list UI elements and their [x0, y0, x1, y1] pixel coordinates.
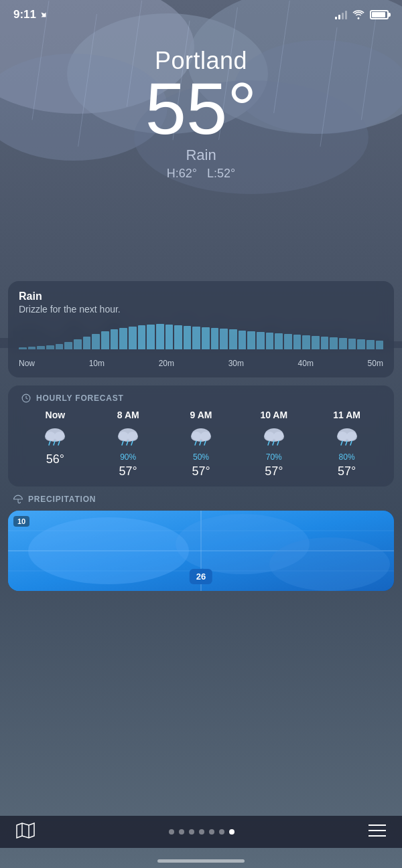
chart-bar: [74, 339, 82, 349]
hour-item-9am: 9 AM 50% 57°: [165, 410, 238, 479]
hour-temp-11am: 57°: [338, 464, 356, 479]
chart-bar: [312, 336, 320, 349]
signal-bars: [335, 10, 347, 19]
svg-point-2: [45, 432, 56, 441]
svg-line-4: [49, 441, 50, 445]
hour-item-now: Now 56°: [19, 410, 92, 466]
svg-line-28: [341, 441, 342, 445]
hour-item-11am: 11 AM 80% 57°: [310, 410, 383, 479]
svg-line-12: [131, 441, 133, 445]
svg-line-22: [268, 441, 269, 445]
status-time: 9:11: [13, 8, 48, 21]
precip-section-label: PRECIPITATION: [28, 495, 96, 504]
wifi-icon: [352, 10, 364, 19]
tab-dot-6[interactable]: [219, 829, 224, 835]
tab-dots: [169, 829, 234, 835]
hour-temp-8am: 57°: [119, 464, 137, 479]
chart-bar: [247, 331, 255, 349]
hourly-section-header: HOURLY FORECAST: [19, 394, 383, 403]
chart-bar: [339, 338, 347, 349]
hour-icon-10am: [261, 423, 287, 450]
chart-bar: [101, 331, 109, 349]
rain-card-title: Rain: [19, 290, 383, 302]
svg-point-15: [200, 432, 211, 441]
hour-icon-8am: [115, 423, 141, 450]
tab-dot-7-active[interactable]: [229, 829, 234, 835]
chart-bar: [202, 327, 210, 349]
hour-label-now: Now: [46, 410, 66, 420]
chart-bar: [192, 327, 200, 349]
svg-point-14: [191, 432, 202, 441]
hour-precip-8am: 90%: [120, 452, 136, 462]
svg-line-24: [277, 441, 279, 445]
list-button[interactable]: [368, 823, 386, 841]
svg-line-18: [204, 441, 206, 445]
hour-precip-9am: 50%: [193, 452, 209, 462]
chart-bar: [37, 346, 45, 349]
svg-point-20: [264, 432, 275, 441]
chart-bar: [321, 337, 329, 349]
svg-line-30: [350, 441, 352, 445]
tab-dot-3[interactable]: [189, 829, 194, 835]
clock-icon: [21, 394, 31, 403]
tab-dot-1[interactable]: [169, 829, 174, 835]
hourly-forecast-card: HOURLY FORECAST Now 56°: [8, 385, 394, 487]
precipitation-map-card[interactable]: 10 26: [8, 511, 394, 591]
tab-dot-5[interactable]: [209, 829, 214, 835]
chart-bar: [257, 332, 265, 349]
cloud-rain-8am: [115, 426, 141, 446]
chart-bar: [28, 347, 36, 349]
weather-main: Portland 55° Rain H:62° L:52°: [0, 27, 402, 181]
status-icons: [335, 10, 389, 19]
hour-icon-now: [42, 423, 68, 450]
chart-bar: [111, 329, 119, 349]
chart-bar: [266, 333, 274, 349]
svg-point-26: [337, 432, 348, 441]
chart-bar: [330, 337, 338, 349]
map-badge-10: 10: [13, 516, 29, 527]
chart-bar: [239, 331, 247, 350]
svg-point-9: [127, 432, 138, 441]
status-bar: 9:11: [0, 0, 402, 27]
svg-point-8: [118, 432, 129, 441]
low-temp: L:52°: [207, 167, 235, 180]
svg-point-3: [54, 432, 65, 441]
chart-bar: [357, 339, 365, 349]
map-button[interactable]: [16, 822, 35, 841]
chart-bar: [129, 327, 137, 349]
temperature: 55°: [0, 72, 402, 145]
precipitation-chart: [19, 323, 383, 356]
home-indicator: [157, 859, 245, 863]
chart-bar: [293, 335, 302, 349]
rain-card-subtitle: Drizzle for the next hour.: [19, 304, 383, 315]
chart-bars: [19, 323, 383, 349]
hour-label-9am: 9 AM: [190, 410, 212, 420]
battery-icon: [370, 10, 389, 19]
cloud-rain-10am: [261, 426, 287, 446]
svg-line-16: [195, 441, 196, 445]
svg-line-6: [58, 441, 60, 445]
hour-temp-9am: 57°: [192, 464, 210, 479]
chart-bar: [184, 326, 192, 349]
chart-bar: [92, 334, 100, 349]
content-panel: Rain Drizzle for the next hour. Now 10m …: [0, 281, 402, 591]
chart-bar: [211, 328, 219, 349]
chart-bar: [147, 325, 155, 349]
chart-bar: [56, 344, 64, 349]
chart-bar: [119, 328, 127, 349]
svg-point-36: [28, 517, 189, 584]
hi-lo: H:62° L:52°: [0, 167, 402, 181]
list-icon: [368, 823, 386, 838]
chart-label-50m: 50m: [368, 359, 383, 368]
chart-label-40m: 40m: [298, 359, 314, 368]
tab-dot-4[interactable]: [199, 829, 204, 835]
tab-dot-2[interactable]: [179, 829, 184, 835]
svg-point-21: [273, 432, 284, 441]
svg-line-10: [122, 441, 123, 445]
chart-bar: [174, 325, 182, 349]
hourly-section-label: HOURLY FORECAST: [36, 394, 124, 403]
chart-bar: [348, 339, 356, 349]
hour-item-10am: 10 AM 70% 57°: [237, 410, 310, 479]
precipitation-section: PRECIPITATION: [8, 495, 394, 591]
hour-label-8am: 8 AM: [117, 410, 139, 420]
